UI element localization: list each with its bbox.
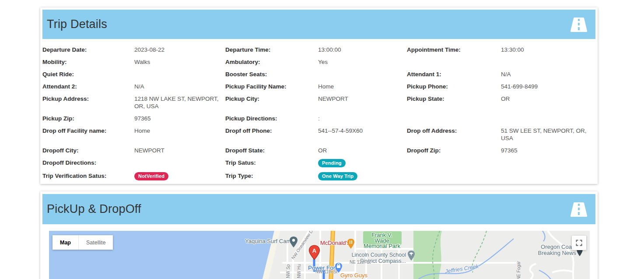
field-value bbox=[318, 68, 407, 81]
field-label: Dropoff Zip: bbox=[407, 145, 501, 157]
field-label: Booster Seats: bbox=[225, 68, 318, 81]
field-label: Dropoff State: bbox=[225, 145, 318, 157]
field-label: Attendant 1: bbox=[407, 68, 501, 81]
page-title: Trip Details bbox=[47, 18, 107, 31]
field-label: Departure Date: bbox=[42, 44, 134, 56]
field-label: Pickup Address: bbox=[42, 93, 134, 113]
field-label: Dropf off Phone: bbox=[225, 125, 318, 145]
map-type-map-button[interactable]: Map bbox=[52, 235, 78, 250]
trip-details-card: Trip Details Departure Date:2023-08-22De… bbox=[40, 7, 598, 184]
field-value bbox=[501, 157, 595, 170]
field-value: 1218 NW LAKE ST, NEWPORT, OR, USA bbox=[134, 93, 225, 113]
pickup-dropoff-header: PickUp & DropOff bbox=[42, 194, 595, 224]
field-label: Mobility: bbox=[42, 56, 134, 68]
field-label bbox=[407, 56, 501, 68]
field-value: NEWPORT bbox=[318, 93, 407, 113]
field-label: Appointment Time: bbox=[407, 44, 501, 56]
field-label bbox=[407, 157, 501, 170]
field-label: Trip Type: bbox=[225, 170, 318, 183]
field-value: : bbox=[318, 113, 407, 125]
trip-details-header: Trip Details bbox=[42, 10, 595, 39]
field-value: One Way Trip bbox=[318, 170, 407, 183]
field-label: Trip Verification Satus: bbox=[42, 170, 134, 183]
field-label: Pickup Directions: bbox=[225, 113, 318, 125]
field-value: Walks bbox=[134, 56, 225, 68]
field-label bbox=[407, 113, 501, 125]
trip-details-grid: Departure Date:2023-08-22Departure Time:… bbox=[42, 44, 595, 183]
field-label: Ambulatory: bbox=[225, 56, 318, 68]
field-value: OR bbox=[318, 145, 407, 157]
field-value bbox=[501, 170, 595, 183]
status-badge: One Way Trip bbox=[318, 172, 357, 180]
field-value: Home bbox=[134, 125, 225, 145]
map-type-satellite-button[interactable]: Satellite bbox=[78, 235, 113, 250]
field-label: Pickup Phone: bbox=[407, 81, 501, 93]
marker-a-icon[interactable]: A bbox=[308, 245, 320, 260]
field-label: Pickup Zip: bbox=[42, 113, 134, 125]
field-label: Dropoff City: bbox=[42, 145, 134, 157]
poi-label-mcdonalds: McDonald's bbox=[320, 240, 350, 246]
restaurant-pin-icon[interactable] bbox=[346, 238, 355, 250]
field-value: 541--57-4-59X60 bbox=[318, 125, 407, 145]
google-map[interactable]: Yaquina Surf Camp McDonald's Frank V.Wad… bbox=[49, 231, 590, 279]
section-title: PickUp & DropOff bbox=[47, 202, 141, 216]
street-label-ne-12th: NE 12th St bbox=[350, 260, 371, 265]
road-icon bbox=[568, 16, 589, 33]
field-label: Pickup Facility Name: bbox=[225, 81, 318, 93]
status-badge: NotVerified bbox=[134, 172, 168, 180]
field-value: 541-699-8499 bbox=[501, 81, 595, 93]
field-label: Drop off Address: bbox=[407, 125, 501, 145]
field-value: 97365 bbox=[134, 113, 225, 125]
school-pin-icon[interactable] bbox=[407, 250, 416, 261]
field-value bbox=[134, 157, 225, 170]
poi-label-gyro-guys: Gyro Guys bbox=[340, 272, 368, 279]
pickup-dropoff-card: PickUp & DropOff bbox=[40, 191, 598, 279]
field-label: Dropoff Directions: bbox=[42, 157, 134, 170]
field-value: Yes bbox=[318, 56, 407, 68]
field-value: NEWPORT bbox=[134, 145, 225, 157]
fullscreen-icon bbox=[576, 240, 582, 246]
street-label-nw-sp: NW Sp bbox=[286, 264, 290, 278]
field-label: Departure Time: bbox=[225, 44, 318, 56]
poi-label-memorial-park: Frank V.WadeMemorial Park bbox=[360, 233, 404, 249]
field-label: Pickup State: bbox=[407, 93, 501, 113]
svg-text:A: A bbox=[312, 247, 317, 254]
poi-label-news: Oregon CoastBreaking News bbox=[511, 244, 576, 256]
field-label: Attendant 2: bbox=[42, 81, 134, 93]
field-value: Pending bbox=[318, 157, 407, 170]
status-badge: Pending bbox=[318, 159, 346, 167]
field-value: N/A bbox=[501, 68, 595, 81]
poi-label-surf-camp: Yaquina Surf Camp bbox=[245, 238, 294, 244]
field-value: N/A bbox=[134, 81, 225, 93]
field-label: Quiet Ride: bbox=[42, 68, 134, 81]
road-icon bbox=[568, 201, 589, 218]
field-label: Trip Satus: bbox=[225, 157, 318, 170]
street-label-ne-fogar: NE Fogar bbox=[516, 261, 521, 279]
field-value: 97365 bbox=[501, 145, 595, 157]
field-label: Pickup City: bbox=[225, 93, 318, 113]
field-value: 13:00:00 bbox=[318, 44, 407, 56]
field-value: OR bbox=[501, 93, 595, 113]
field-label: Drop off Facility name: bbox=[42, 125, 134, 145]
surf-camp-pin-icon[interactable] bbox=[289, 236, 298, 248]
field-value bbox=[501, 56, 595, 68]
field-value: Home bbox=[318, 81, 407, 93]
field-value bbox=[501, 113, 595, 125]
fullscreen-button[interactable] bbox=[572, 236, 586, 250]
street-label-nw-hu: NW Hu bbox=[297, 264, 301, 278]
shopping-pin-icon[interactable] bbox=[334, 262, 343, 274]
field-value: 2023-08-22 bbox=[134, 44, 225, 56]
field-label bbox=[407, 170, 501, 183]
field-value: 51 SW LEE ST, NEWPORT, OR, USA bbox=[501, 125, 595, 145]
field-value bbox=[134, 68, 225, 81]
field-value: NotVerified bbox=[134, 170, 225, 183]
field-value: 13:30:00 bbox=[501, 44, 595, 56]
map-type-control: Map Satellite bbox=[52, 235, 113, 250]
